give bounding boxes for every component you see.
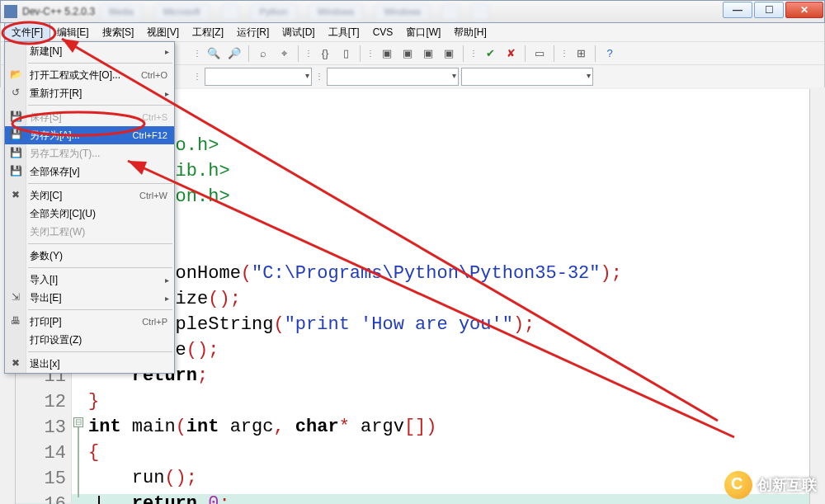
watermark: 创新互联 [724, 471, 817, 499]
replace-icon[interactable]: ⌖ [275, 45, 293, 63]
print-icon: 🖶 [9, 315, 22, 328]
menubar: 文件[F] 编辑[E] 搜索[S] 视图[V] 工程[Z] 运行[R] 调试[D… [0, 23, 825, 41]
menu-item[interactable]: 💾另存为[A]...Ctrl+F12 [5, 126, 174, 144]
menu-item-label: 打开工程或文件[O]... [30, 68, 141, 82]
blank-icon [9, 249, 22, 262]
watermark-text: 创新互联 [757, 475, 817, 495]
toolbar-grip[interactable]: ⋮ [365, 45, 375, 63]
menu-item[interactable]: ✖退出[x] [5, 355, 174, 373]
compile-run-icon[interactable]: ▣ [419, 45, 437, 63]
menu-item[interactable]: 💾全部保存[v] [5, 163, 174, 181]
menu-tools[interactable]: 工具[T] [322, 23, 366, 42]
menu-file[interactable]: 文件[F] [4, 22, 50, 43]
close-button[interactable] [785, 2, 823, 18]
menu-item-label: 导入[I] [30, 273, 167, 287]
menu-item: 关闭工程(W) [5, 223, 174, 241]
app-icon [4, 5, 17, 18]
file-menu-dropdown: 新建[N]▸📂打开工程或文件[O]...Ctrl+O↺重新打开[R]▸💾保存[S… [4, 41, 175, 374]
window-controls [721, 2, 823, 18]
line-number: 15 [16, 466, 66, 492]
toolbar-grip[interactable]: ⋮ [469, 45, 478, 63]
step-icon[interactable]: ▭ [530, 45, 549, 63]
menu-item[interactable]: 打印设置(Z) [5, 331, 174, 349]
zoom-in-icon[interactable]: 🔍 [205, 45, 223, 63]
menu-debug[interactable]: 调试[D] [276, 23, 321, 42]
saveproj-icon: 💾 [9, 147, 22, 160]
menu-item-shortcut: Ctrl+W [139, 191, 167, 200]
toolbar-grip[interactable]: ⋮ [314, 68, 324, 86]
menu-item: 💾另存工程为(T)... [5, 144, 174, 163]
zoom-out-icon[interactable]: 🔎 [225, 45, 243, 63]
toolbar-grip[interactable]: ⋮ [304, 45, 314, 63]
blank-icon [9, 333, 22, 346]
blank-icon [9, 207, 22, 220]
watermark-logo-icon [724, 471, 752, 499]
menu-cvs[interactable]: CVS [366, 24, 400, 40]
menu-item[interactable]: 全部关闭[C](U) [5, 205, 174, 223]
menu-project[interactable]: 工程[Z] [186, 23, 230, 42]
menu-item[interactable]: ✖关闭[C]Ctrl+W [5, 186, 174, 205]
run-icon[interactable]: ▣ [398, 45, 417, 63]
member-combo[interactable]: ▾ [461, 68, 593, 86]
goto-line-icon[interactable]: {} [316, 45, 334, 63]
menu-item-label: 新建[N] [30, 45, 167, 59]
menu-item[interactable]: 参数(Y) [5, 247, 174, 265]
menu-item[interactable]: ↺重新打开[R]▸ [5, 84, 174, 102]
submenu-arrow-icon: ▸ [165, 47, 169, 56]
menu-item-shortcut: Ctrl+S [142, 112, 167, 122]
stop-icon[interactable]: ✘ [502, 45, 520, 63]
saveas-icon: 💾 [9, 129, 22, 142]
menu-item-shortcut: Ctrl+F12 [133, 130, 168, 140]
menu-item-shortcut: Ctrl+P [142, 317, 167, 327]
submenu-arrow-icon: ▸ [165, 276, 169, 285]
menu-item-label: 退出[x] [30, 357, 167, 371]
blank-icon [9, 273, 22, 286]
rebuild-icon[interactable]: ▣ [440, 45, 458, 63]
line-number: 14 [16, 440, 66, 466]
minimize-button[interactable] [723, 2, 752, 18]
menu-item-label: 全部保存[v] [30, 165, 167, 179]
menu-item-label: 打印[P] [30, 315, 142, 329]
debug-icon[interactable]: ✔ [481, 45, 499, 63]
background-tabs: MediaMicrosoft PythonWindowsWindows [100, 4, 676, 21]
menu-help[interactable]: 帮助[H] [447, 23, 493, 42]
menu-item-label: 另存工程为(T)... [30, 147, 167, 161]
menu-item-label: 关闭工程(W) [30, 225, 167, 239]
submenu-arrow-icon: ▸ [165, 89, 169, 98]
menu-view[interactable]: 视图[V] [140, 23, 186, 42]
export-icon: ⇲ [9, 291, 22, 304]
maximize-button[interactable] [754, 2, 784, 18]
menu-edit[interactable]: 编辑[E] [50, 23, 96, 42]
menu-run[interactable]: 运行[R] [230, 23, 276, 42]
compiler-combo[interactable]: ▾ [205, 68, 312, 86]
text-caret [98, 496, 100, 504]
toolbar-grip[interactable]: ⋮ [192, 68, 202, 86]
bookmark-icon[interactable]: ▯ [337, 45, 355, 63]
menu-item: 💾保存[S]Ctrl+S [5, 108, 174, 126]
window-title: Dev-C++ 5.2.0.3 [22, 6, 95, 17]
blank-icon [9, 225, 22, 238]
line-number: 13 [16, 415, 66, 440]
menu-item-label: 导出[E] [30, 291, 167, 305]
saveall-icon: 💾 [9, 165, 22, 178]
menu-item[interactable]: ⇲导出[E]▸ [5, 289, 174, 307]
menu-item-label: 另存为[A]... [30, 129, 133, 143]
menu-item-shortcut: Ctrl+O [141, 70, 167, 80]
menu-item-label: 保存[S] [30, 111, 142, 125]
new-class-icon[interactable]: ⊞ [572, 45, 590, 63]
menu-item[interactable]: 📂打开工程或文件[O]...Ctrl+O [5, 66, 174, 84]
menu-search[interactable]: 搜索[S] [96, 23, 141, 42]
toolbar-grip[interactable]: ⋮ [559, 45, 569, 63]
save-icon: 💾 [9, 111, 22, 124]
menu-item[interactable]: 新建[N]▸ [5, 42, 174, 60]
fold-toggle-icon[interactable]: ⊟ [73, 417, 83, 427]
toolbar-grip[interactable]: ⋮ [192, 45, 202, 63]
menu-item[interactable]: 🖶打印[P]Ctrl+P [5, 313, 174, 331]
blank-icon [9, 45, 22, 58]
compile-icon[interactable]: ▣ [378, 45, 396, 63]
find-icon[interactable]: ⌕ [254, 45, 272, 63]
class-combo[interactable]: ▾ [327, 68, 459, 86]
help-icon[interactable]: ? [601, 45, 619, 63]
menu-window[interactable]: 窗口[W] [399, 23, 447, 42]
menu-item[interactable]: 导入[I]▸ [5, 271, 174, 289]
